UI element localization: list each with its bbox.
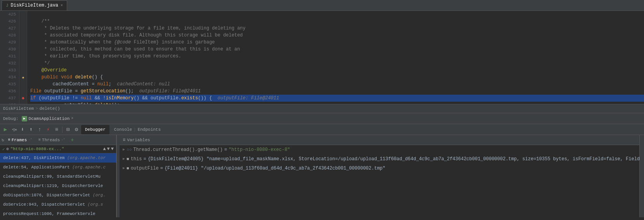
frame-item-6[interactable]: processRequest:1006, FrameworkServle bbox=[0, 209, 116, 217]
code-line-427: * Deletes the underlying storage for a f… bbox=[30, 25, 644, 32]
code-line-436: File outputFile = getStoreLocation(); ou… bbox=[30, 88, 644, 95]
frame-item-2[interactable]: cleanupMultipart:99, StandardServletMu bbox=[0, 172, 116, 181]
code-line-433: @Override bbox=[30, 67, 644, 74]
thread-check-icon: ✓ bbox=[2, 147, 5, 152]
app-icon: ▶ bbox=[22, 116, 27, 121]
code-line-432: */ bbox=[30, 60, 644, 67]
frame-text-4: doDispatch:1076, DispatcherServlet (org. bbox=[3, 193, 106, 197]
frame-text-5: doService:943, DispatcherServlet (org.s bbox=[3, 202, 103, 207]
breakpoint-icon: ● bbox=[21, 95, 24, 101]
code-line-430: * collected, this method can be used to … bbox=[30, 46, 644, 53]
panel-content: ↻ ≡ Frames →* ≡ Threads →* + ✓ ⚙ "http-n… bbox=[0, 135, 644, 217]
var-value-2: {File@24011} "/upload/upload_113f60ad_d6… bbox=[165, 165, 385, 172]
threads-label: Threads bbox=[42, 138, 60, 142]
step-into-button[interactable]: ⬇ bbox=[19, 126, 26, 133]
frames-label: Frames bbox=[12, 138, 27, 142]
code-line-437: if (outputFile != null && !isInMemory() … bbox=[30, 95, 644, 102]
frames-tab[interactable]: ≡ Frames →* bbox=[6, 137, 35, 143]
thread-name: "http-nio-8080-ex..." bbox=[10, 147, 64, 151]
threads-tab[interactable]: ≡ Threads →* bbox=[36, 137, 68, 143]
var-eq-1: = bbox=[143, 156, 146, 163]
variables-panel: ≡ Variables ▶ ○○ Thread.currentThread().… bbox=[120, 135, 639, 217]
code-line-431: * earlier time, thus preserving system r… bbox=[30, 53, 644, 60]
resume-button[interactable]: ▶ bbox=[2, 126, 9, 133]
tab-console[interactable]: Console | Endpoints bbox=[110, 125, 165, 134]
debug-app-close[interactable]: × bbox=[71, 116, 73, 121]
frame-text-6: processRequest:1006, FrameworkServle bbox=[3, 211, 95, 216]
frames-arrow: →* bbox=[28, 138, 32, 142]
frame-item-5[interactable]: doService:943, DispatcherServlet (org.s bbox=[0, 200, 116, 209]
add-frame-button[interactable]: + bbox=[71, 137, 74, 143]
thread-up-button[interactable]: ▲ bbox=[103, 146, 106, 152]
breadcrumb-separator: > bbox=[35, 106, 38, 111]
var-eq-2: = bbox=[160, 165, 163, 172]
debug-app-name: DcamsApplication bbox=[29, 116, 70, 121]
thread-down-button[interactable]: ▼ bbox=[107, 146, 110, 152]
code-line-438: outputFile.delete(); bbox=[30, 102, 644, 104]
debug-app[interactable]: ▶ DcamsApplication × bbox=[22, 116, 74, 121]
tab-console-label: Console bbox=[114, 127, 132, 132]
breadcrumb-method[interactable]: delete() bbox=[40, 106, 60, 111]
frame-list: delete:437, DiskFileItem (org.apache.tor… bbox=[0, 153, 116, 217]
frames-icon: ≡ bbox=[8, 138, 10, 142]
var-row-1[interactable]: ▶ ■ this = {DiskFileItem@24005} "name=up… bbox=[120, 154, 639, 164]
force-step-button[interactable]: ⚡ bbox=[44, 126, 52, 133]
tab-debugger-label: Debugger bbox=[85, 127, 106, 132]
tab-bar: J DiskFileItem.java × bbox=[0, 0, 644, 11]
threads-icon: ≡ bbox=[38, 138, 41, 142]
step-out-button[interactable]: ⬆ bbox=[27, 126, 35, 133]
frame-thread-tabs: ↻ ≡ Frames →* ≡ Threads →* + bbox=[0, 135, 116, 145]
var-icon-0: ○○ bbox=[127, 146, 132, 153]
code-line-428: * associated temporary disk file. Althou… bbox=[30, 32, 644, 39]
panel-tabs: ▶ ⤼ ⬇ ⬆ ↑ ⚡ ≡ ⊟ ⚙ Debugger Console | End… bbox=[0, 124, 644, 135]
var-row-2[interactable]: ▶ ■ outputFile = {File@24011} "/upload/u… bbox=[120, 164, 639, 173]
var-name-0: Thread.currentThread().getName() bbox=[133, 146, 222, 153]
frame-text-1: delete:54, ApplicationPart (org.apache.c bbox=[3, 165, 106, 170]
tab-diskfileitem[interactable]: J DiskFileItem.java × bbox=[2, 0, 67, 10]
code-editor[interactable]: /** * Deletes the underlying storage for… bbox=[27, 11, 644, 104]
variables-label: Variables bbox=[127, 138, 150, 142]
frame-text-3: cleanupMultipart:1219, DispatcherServle bbox=[3, 184, 103, 188]
step-over-button[interactable]: ⤼ bbox=[10, 126, 18, 133]
variables-scrollbar[interactable] bbox=[639, 135, 644, 217]
threads-arrow: →* bbox=[61, 138, 65, 142]
code-line-425 bbox=[30, 11, 644, 18]
var-eq-0: = bbox=[224, 146, 227, 153]
mute-button[interactable]: ⊟ bbox=[64, 126, 72, 133]
frame-item-4[interactable]: doDispatch:1076, DispatcherServlet (org. bbox=[0, 191, 116, 200]
step-cursor-button[interactable]: ↑ bbox=[36, 126, 43, 133]
pipe-sep: | bbox=[134, 127, 136, 132]
var-icon-2: ■ bbox=[127, 165, 129, 172]
breadcrumb-class[interactable]: DiskFileItem bbox=[3, 106, 34, 111]
tab-close-button[interactable]: × bbox=[61, 3, 63, 8]
var-arrow-0[interactable]: ▶ bbox=[123, 146, 125, 153]
bookmark-icon: ★ bbox=[22, 74, 24, 80]
frame-text-0: delete:437, DiskFileItem (org.apache.tor bbox=[3, 156, 106, 160]
thread-gear-icon: ⚙ bbox=[7, 147, 9, 151]
frame-item-3[interactable]: cleanupMultipart:1219, DispatcherServle bbox=[0, 181, 116, 191]
bottom-panel: ▶ ⤼ ⬇ ⬆ ↑ ⚡ ≡ ⊟ ⚙ Debugger Console | End… bbox=[0, 124, 644, 217]
code-line-429: * automatically when the {@code FileItem… bbox=[30, 39, 644, 46]
code-line-435: cachedContent = null; cachedContent: nul… bbox=[30, 81, 644, 88]
tab-debugger[interactable]: Debugger bbox=[81, 125, 109, 134]
settings-button[interactable]: ⚙ bbox=[73, 126, 80, 133]
frame-item-0[interactable]: delete:437, DiskFileItem (org.apache.tor bbox=[0, 153, 116, 163]
code-line-426: /** bbox=[30, 18, 644, 25]
variables-header: ≡ Variables bbox=[120, 135, 639, 145]
refresh-button[interactable]: ↻ bbox=[2, 137, 4, 142]
frame-text-2: cleanupMultipart:99, StandardServletMu bbox=[3, 174, 101, 179]
frame-item-1[interactable]: delete:54, ApplicationPart (org.apache.c bbox=[0, 163, 116, 172]
thread-controls: ▲ ▼ ▼ bbox=[103, 146, 114, 152]
editor-area: 425 426 427 428 429 430 431 432 433 434 … bbox=[0, 11, 644, 104]
var-row-0[interactable]: ▶ ○○ Thread.currentThread().getName() = … bbox=[120, 145, 639, 154]
tab-endpoints-label: Endpoints bbox=[138, 127, 161, 132]
java-file-icon: J bbox=[6, 3, 9, 8]
frames-scrollbar[interactable] bbox=[116, 135, 120, 217]
var-arrow-2[interactable]: ▶ bbox=[123, 165, 125, 172]
thread-item[interactable]: ✓ ⚙ "http-nio-8080-ex..." ▲ ▼ ▼ bbox=[0, 145, 116, 153]
var-arrow-1[interactable]: ▶ bbox=[123, 156, 125, 163]
var-value-1: {DiskFileItem@24005} "name=upload_file_m… bbox=[148, 156, 639, 163]
thread-filter-button[interactable]: ▼ bbox=[111, 146, 114, 152]
toolbar-sep-1 bbox=[62, 126, 62, 133]
evaluate-button[interactable]: ≡ bbox=[53, 126, 61, 133]
